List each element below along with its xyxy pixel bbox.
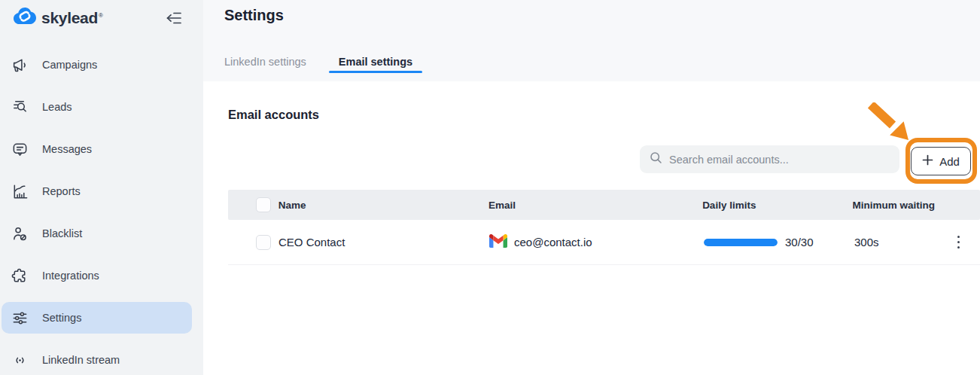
skylead-app: skylead® Cam bbox=[0, 0, 980, 375]
table-row[interactable]: CEO Contact ceo@contact.io bbox=[228, 220, 980, 265]
tab-email-settings[interactable]: Email settings bbox=[329, 56, 422, 81]
sidebar-item-label: Leads bbox=[42, 101, 72, 113]
sidebar-item-leads[interactable]: Leads bbox=[0, 86, 203, 128]
column-header-daily-limits: Daily limits bbox=[702, 200, 852, 211]
sidebar-item-label: Messages bbox=[42, 143, 92, 155]
minimum-waiting-value: 300s bbox=[854, 236, 937, 248]
sidebar-item-label: Integrations bbox=[42, 270, 99, 282]
sidebar-item-settings[interactable]: Settings bbox=[0, 297, 203, 339]
sidebar-item-linkedin-stream[interactable]: LinkedIn stream bbox=[0, 339, 203, 375]
column-header-minimum-waiting: Minimum waiting bbox=[853, 200, 980, 211]
row-checkbox[interactable] bbox=[256, 235, 271, 250]
select-all-checkbox[interactable] bbox=[256, 197, 271, 212]
skylead-cloud-icon bbox=[14, 6, 36, 29]
settings-tabs: LinkedIn settings Email settings bbox=[224, 56, 422, 81]
sidebar-item-messages[interactable]: Messages bbox=[0, 128, 203, 170]
tab-label: Email settings bbox=[339, 56, 412, 68]
collapse-sidebar-icon[interactable] bbox=[163, 7, 185, 29]
puzzle-icon bbox=[11, 267, 29, 285]
megaphone-icon bbox=[11, 56, 29, 74]
blocked-person-icon bbox=[11, 224, 29, 242]
account-name: CEO Contact bbox=[271, 236, 489, 248]
sidebar-item-label: Reports bbox=[42, 185, 81, 197]
sidebar-item-label: LinkedIn stream bbox=[42, 354, 120, 366]
table-header: Name Email Daily limits Minimum waiting bbox=[228, 190, 980, 220]
leads-search-icon bbox=[11, 98, 29, 116]
email-settings-panel: Email accounts Add Name bbox=[203, 81, 980, 375]
brand-name: skylead® bbox=[41, 9, 103, 27]
search-box bbox=[640, 145, 899, 173]
section-title: Email accounts bbox=[228, 108, 319, 122]
sidebar-item-label: Campaigns bbox=[42, 59, 97, 71]
plus-icon bbox=[922, 154, 933, 168]
search-icon bbox=[649, 151, 663, 168]
page-title: Settings bbox=[224, 7, 284, 24]
add-button[interactable]: Add bbox=[911, 147, 971, 175]
daily-limit-progress-fill bbox=[704, 239, 778, 246]
add-button-label: Add bbox=[939, 155, 960, 168]
tab-linkedin-settings[interactable]: LinkedIn settings bbox=[224, 56, 306, 81]
broadcast-icon bbox=[11, 351, 29, 369]
account-email: ceo@contact.io bbox=[514, 236, 592, 248]
gmail-icon bbox=[489, 234, 507, 251]
sidebar-item-label: Blacklist bbox=[42, 227, 82, 239]
logo-row: skylead® bbox=[0, 0, 203, 36]
sidebar-item-blacklist[interactable]: Blacklist bbox=[0, 212, 203, 255]
registered-mark: ® bbox=[99, 12, 103, 19]
sidebar-item-campaigns[interactable]: Campaigns bbox=[0, 44, 203, 86]
sidebar-item-label: Settings bbox=[42, 312, 81, 324]
sidebar: skylead® Cam bbox=[0, 0, 203, 375]
skylead-logo[interactable]: skylead® bbox=[14, 6, 103, 29]
active-tab-underline bbox=[329, 71, 422, 73]
search-input[interactable] bbox=[669, 154, 880, 166]
column-header-email: Email bbox=[488, 200, 702, 211]
email-accounts-table: Name Email Daily limits Minimum waiting … bbox=[228, 190, 980, 265]
column-header-name: Name bbox=[271, 200, 488, 211]
sidebar-nav: Campaigns Leads bbox=[0, 44, 203, 375]
row-actions-kebab-icon[interactable] bbox=[954, 233, 963, 252]
active-item-highlight bbox=[2, 302, 192, 334]
chat-bubble-icon bbox=[11, 140, 29, 158]
chart-report-icon bbox=[11, 182, 29, 200]
topbar: Settings LinkedIn settings bbox=[203, 0, 980, 81]
sidebar-item-integrations[interactable]: Integrations bbox=[0, 255, 203, 297]
sidebar-item-reports[interactable]: Reports bbox=[0, 170, 203, 212]
daily-limit-value: 30/30 bbox=[785, 236, 814, 248]
sliders-icon bbox=[11, 309, 29, 327]
daily-limit-progress bbox=[704, 239, 778, 246]
